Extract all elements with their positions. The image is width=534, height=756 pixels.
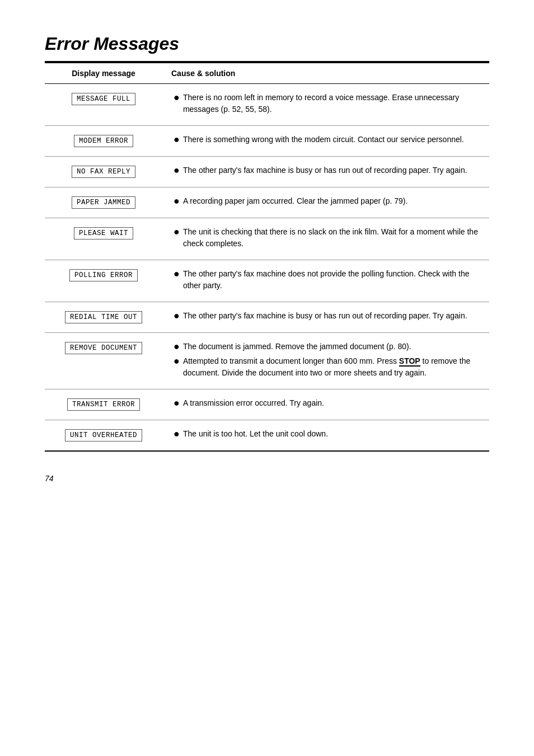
display-message-value: PLEASE WAIT <box>74 227 133 240</box>
bullet-item: ●There is something wrong with the modem… <box>174 134 480 146</box>
bullet-text: The other party's fax machine is busy or… <box>183 165 480 176</box>
page-title: Error Messages <box>45 34 489 54</box>
display-message-value: MESSAGE FULL <box>72 93 135 105</box>
table-row: NO FAX REPLY●The other party's fax machi… <box>45 157 489 187</box>
display-message-value: POLLING ERROR <box>69 269 138 281</box>
table-row: POLLING ERROR●The other party's fax mach… <box>45 260 489 302</box>
bullet-symbol: ● <box>174 92 180 104</box>
table-row: UNIT OVERHEATED●The unit is too hot. Let… <box>45 420 489 451</box>
bullet-text: The unit is checking that there is no sl… <box>183 226 480 250</box>
bullet-text: The document is jammed. Remove the jamme… <box>183 341 480 353</box>
table-row: REMOVE DOCUMENT●The document is jammed. … <box>45 333 489 389</box>
display-message-value: UNIT OVERHEATED <box>65 429 142 442</box>
display-message-value: NO FAX REPLY <box>72 166 135 178</box>
bullet-text: The other party's fax machine does not p… <box>183 268 480 292</box>
table-row: PLEASE WAIT●The unit is checking that th… <box>45 218 489 260</box>
cause-solution-cell: ●A recording paper jam occurred. Clear t… <box>162 187 489 218</box>
table-row: REDIAL TIME OUT●The other party's fax ma… <box>45 302 489 333</box>
bullet-item: ●The document is jammed. Remove the jamm… <box>174 341 480 353</box>
display-message-cell: MODEM ERROR <box>45 126 162 157</box>
bullet-symbol: ● <box>174 310 180 322</box>
bullet-item: ●A transmission error occurred. Try agai… <box>174 397 480 410</box>
bullet-text: Attempted to transmit a document longer … <box>183 355 480 379</box>
cause-solution-cell: ●The document is jammed. Remove the jamm… <box>162 333 489 389</box>
cause-solution-cell: ●The other party's fax machine is busy o… <box>162 157 489 187</box>
bullet-item: ●A recording paper jam occurred. Clear t… <box>174 195 480 208</box>
bullet-symbol: ● <box>174 195 180 208</box>
table-row: MESSAGE FULL●There is no room left in me… <box>45 84 489 126</box>
bullet-symbol: ● <box>174 428 180 440</box>
bullet-symbol: ● <box>174 165 180 177</box>
cause-solution-cell: ●There is something wrong with the modem… <box>162 126 489 157</box>
cause-solution-cell: ●There is no room left in memory to reco… <box>162 84 489 126</box>
error-messages-table: Display message Cause & solution MESSAGE… <box>45 62 489 452</box>
display-message-value: MODEM ERROR <box>74 135 133 147</box>
cause-solution-cell: ●The other party's fax machine is busy o… <box>162 302 489 333</box>
display-message-cell: REMOVE DOCUMENT <box>45 333 162 389</box>
display-message-cell: REDIAL TIME OUT <box>45 302 162 333</box>
bullet-item: ●The unit is checking that there is no s… <box>174 226 480 250</box>
table-row: PAPER JAMMED●A recording paper jam occur… <box>45 187 489 218</box>
bullet-item: ●The other party's fax machine does not … <box>174 268 480 292</box>
col-display-message: Display message <box>45 63 162 84</box>
bullet-item: ●The unit is too hot. Let the unit cool … <box>174 428 480 440</box>
bullet-symbol: ● <box>174 355 180 368</box>
bullet-symbol: ● <box>174 134 180 146</box>
cause-solution-cell: ●The unit is too hot. Let the unit cool … <box>162 420 489 451</box>
cause-solution-cell: ●A transmission error occurred. Try agai… <box>162 389 489 420</box>
bullet-symbol: ● <box>174 268 180 280</box>
display-message-value: REMOVE DOCUMENT <box>65 342 142 354</box>
bullet-symbol: ● <box>174 226 180 238</box>
bullet-item: ●There is no room left in memory to reco… <box>174 92 480 115</box>
bullet-text: The unit is too hot. Let the unit cool d… <box>183 428 480 440</box>
display-message-cell: UNIT OVERHEATED <box>45 420 162 451</box>
cause-solution-cell: ●The unit is checking that there is no s… <box>162 218 489 260</box>
table-row: MODEM ERROR●There is something wrong wit… <box>45 126 489 157</box>
bullet-item: ●The other party's fax machine is busy o… <box>174 310 480 322</box>
bullet-item: ●The other party's fax machine is busy o… <box>174 165 480 177</box>
table-row: TRANSMIT ERROR●A transmission error occu… <box>45 389 489 420</box>
stop-key: STOP <box>399 356 420 367</box>
display-message-value: PAPER JAMMED <box>72 196 135 209</box>
bullet-text: There is no room left in memory to recor… <box>183 92 480 115</box>
bullet-text: The other party's fax machine is busy or… <box>183 310 480 322</box>
display-message-cell: MESSAGE FULL <box>45 84 162 126</box>
display-message-value: REDIAL TIME OUT <box>65 311 142 323</box>
bullet-text: A recording paper jam occurred. Clear th… <box>183 195 480 207</box>
display-message-cell: POLLING ERROR <box>45 260 162 302</box>
bullet-text: A transmission error occurred. Try again… <box>183 397 480 409</box>
bullet-text: There is something wrong with the modem … <box>183 134 480 145</box>
col-cause-solution: Cause & solution <box>162 63 489 84</box>
display-message-value: TRANSMIT ERROR <box>67 398 140 411</box>
display-message-cell: NO FAX REPLY <box>45 157 162 187</box>
bullet-item: ●Attempted to transmit a document longer… <box>174 355 480 379</box>
cause-solution-cell: ●The other party's fax machine does not … <box>162 260 489 302</box>
bullet-symbol: ● <box>174 397 180 410</box>
display-message-cell: PLEASE WAIT <box>45 218 162 260</box>
page-number: 74 <box>45 474 489 483</box>
display-message-cell: TRANSMIT ERROR <box>45 389 162 420</box>
display-message-cell: PAPER JAMMED <box>45 187 162 218</box>
bullet-symbol: ● <box>174 341 180 353</box>
